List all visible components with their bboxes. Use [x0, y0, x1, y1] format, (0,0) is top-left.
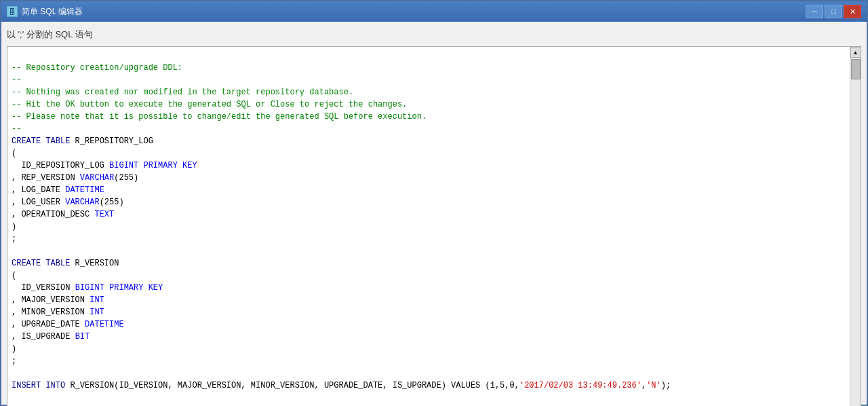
window-content: 以 ';' 分割的 SQL 语句 -- Repository creation/…: [1, 22, 867, 406]
editor-area: -- Repository creation/upgrade DDL: -- -…: [7, 46, 861, 406]
scroll-thumb-vertical[interactable]: [851, 59, 861, 79]
vertical-scrollbar[interactable]: ▲ ▼: [850, 47, 861, 406]
subtitle-label: 以 ';' 分割的 SQL 语句: [7, 27, 861, 42]
title-bar-left: 🗄 简单 SQL 编辑器: [7, 6, 83, 18]
minimize-button[interactable]: ─: [806, 5, 823, 18]
sql-editor[interactable]: -- Repository creation/upgrade DDL: -- -…: [7, 47, 850, 406]
scroll-up-button[interactable]: ▲: [850, 47, 861, 58]
app-icon: 🗄: [7, 6, 18, 17]
maximize-button[interactable]: □: [825, 5, 842, 18]
title-buttons: ─ □ ✕: [806, 5, 861, 18]
main-window: 🗄 简单 SQL 编辑器 ─ □ ✕ 以 ';' 分割的 SQL 语句 -- R…: [0, 0, 868, 406]
window-close-button[interactable]: ✕: [844, 5, 861, 18]
code-container: -- Repository creation/upgrade DDL: -- -…: [7, 47, 861, 406]
scroll-track-vertical: [850, 58, 861, 406]
window-title: 简单 SQL 编辑器: [22, 6, 83, 18]
app-icon-text: 🗄: [9, 8, 16, 16]
title-bar: 🗄 简单 SQL 编辑器 ─ □ ✕: [1, 1, 867, 22]
